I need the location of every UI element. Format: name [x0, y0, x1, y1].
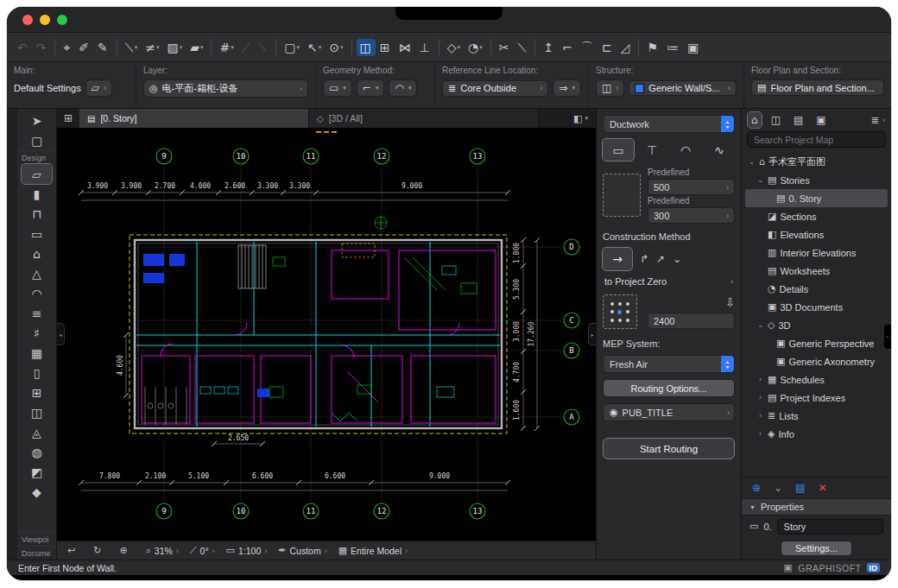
split-icon[interactable]: ⟍	[515, 39, 531, 56]
start-routing-button[interactable]: Start Routing	[603, 438, 735, 459]
tree-story-0[interactable]: ▤ 0. Story	[745, 189, 888, 207]
tree-project-root[interactable]: ⌄ ⌂ 手术室平面图	[745, 153, 888, 171]
tree-elevations[interactable]: ◧ Elevations	[745, 225, 888, 243]
railing-tool[interactable]: ♯	[22, 323, 52, 343]
pen-set-menu[interactable]: ✒ Custom ›	[273, 543, 332, 558]
panel-collapse-handle-right[interactable]: ▸	[588, 323, 596, 345]
delete-item-icon[interactable]: ✕	[818, 482, 826, 494]
suspend-groups-icon[interactable]: ⊙ ▾	[326, 39, 346, 56]
tree-generic-axonometry[interactable]: ▣ Generic Axonometry	[745, 352, 888, 370]
layout-book-icon[interactable]: ▤	[790, 112, 806, 128]
duct-flexible-icon[interactable]: ∿	[704, 139, 735, 161]
tree-interior-elevations[interactable]: ▥ Interior Elevations	[745, 243, 888, 262]
magic-routing-icon[interactable]: ◫	[357, 39, 376, 56]
elevation-field[interactable]: 2400	[648, 313, 735, 329]
story-name-field[interactable]: Story	[777, 519, 883, 534]
tab-story[interactable]: ▤ [0. Story]	[79, 109, 309, 128]
grid-snap-icon[interactable]: # ▾	[216, 39, 237, 56]
refline-offset-button[interactable]: ⇒▾	[553, 79, 581, 97]
add-viewpoint-icon[interactable]: ⊕	[752, 482, 761, 494]
find-select-icon[interactable]: ⌖	[60, 39, 74, 56]
reference-level-dropdown[interactable]: to Project Zero›	[603, 276, 735, 287]
slab-tool[interactable]: ▭	[22, 224, 52, 243]
layout-icon[interactable]: ▣	[684, 39, 703, 56]
tree-sections[interactable]: ◪ Sections	[745, 207, 888, 225]
gravity-icon[interactable]: ⊞	[376, 39, 395, 56]
panel-handle-top[interactable]	[316, 131, 337, 133]
roof-tool[interactable]: ⌂	[22, 243, 52, 263]
tree-3d[interactable]: ⌄ ◇ 3D	[745, 316, 888, 334]
search-input[interactable]	[748, 135, 885, 145]
fillet-icon[interactable]: ⌒	[578, 39, 598, 56]
project-map-icon[interactable]: ⌂	[748, 112, 762, 128]
morph-tool[interactable]: ◆	[22, 482, 52, 502]
arrow-tool[interactable]: ➤	[22, 111, 52, 130]
intersect-icon[interactable]: ⋈	[395, 39, 415, 56]
beam-tool[interactable]: ⊓	[22, 204, 52, 224]
duct-width-field[interactable]: 500›	[648, 179, 735, 195]
zoom-level-menu[interactable]: ⌕ 31% ›	[141, 543, 184, 558]
properties-header[interactable]: ▼ Properties	[742, 498, 891, 515]
geometry-method-curved-icon[interactable]: ◠▾	[389, 79, 417, 97]
zoom-in-icon[interactable]: ⊕	[114, 543, 139, 558]
reference-line-dropdown[interactable]: ≣ Core Outside ›	[442, 80, 548, 97]
anchor-point-grid[interactable]	[603, 294, 637, 329]
snap-guides-icon[interactable]: ⟍	[256, 39, 272, 56]
panel-collapse-handle-screen-right[interactable]: ‹	[884, 325, 891, 349]
duct-straight-icon[interactable]: ▭	[603, 139, 634, 161]
view-map-icon[interactable]: ◫	[768, 112, 784, 128]
cut-icon[interactable]: ✂	[496, 39, 514, 56]
duct-elbow-icon[interactable]: ◠	[670, 139, 701, 161]
routing-options-button[interactable]: Routing Options...	[603, 379, 735, 397]
stair-tool[interactable]: ≡	[22, 303, 52, 323]
duct-height-field[interactable]: 300›	[648, 207, 735, 224]
scale-menu[interactable]: ▭ 1:100 ›	[221, 543, 273, 558]
duct-cross-section-icon[interactable]	[603, 174, 641, 217]
rise-routing-icon[interactable]: ↱	[640, 253, 648, 265]
wall-tool[interactable]: ▱	[22, 164, 52, 184]
previous-view-icon[interactable]: ↩	[62, 543, 87, 558]
stretch-icon[interactable]: ⊏	[598, 39, 617, 56]
pub-title-dropdown[interactable]: ◉ PUB_TITLE ›	[603, 403, 735, 421]
default-settings-button[interactable]: Default Settings	[14, 83, 81, 93]
markup-list-icon[interactable]: ≔	[663, 39, 683, 56]
structure-profile-dropdown[interactable]: Generic Wall/S... ›	[629, 80, 737, 96]
geometry-method-straight-icon[interactable]: ▭▾	[323, 79, 352, 97]
layer-dropdown[interactable]: ◎ 电-平面-箱柜-设备 ›	[143, 79, 308, 98]
corner-icon[interactable]: ⌐	[559, 39, 577, 56]
elevate-icon[interactable]: ↥	[540, 39, 558, 56]
tree-schedules[interactable]: › ▦ Schedules	[745, 370, 888, 389]
column-tool[interactable]: ▮	[22, 184, 52, 204]
zoom-window-button[interactable]	[57, 15, 67, 25]
line-style-icon[interactable]: ⟍ ▾	[122, 39, 141, 56]
dimension-style-icon[interactable]: ≠ ▾	[142, 39, 162, 56]
tree-worksheets[interactable]: ▤ Worksheets	[745, 262, 888, 280]
flag-icon[interactable]: ⚑	[643, 39, 662, 56]
tree-details[interactable]: ◔ Details	[745, 280, 888, 298]
slope-routing-icon[interactable]: ↗	[656, 253, 665, 265]
collapse-all-icon[interactable]: ⌄	[774, 482, 782, 494]
lamp-tool[interactable]: ◍	[22, 442, 52, 462]
floorplan-display-dropdown[interactable]: ▤ Floor Plan and Section...	[751, 79, 884, 96]
stepper-icon[interactable]: ▲▼	[721, 356, 734, 372]
model-filter-menu[interactable]: ▦ Entire Model ›	[333, 543, 413, 558]
undo-icon[interactable]: ↶	[14, 39, 32, 56]
window-panels-icon[interactable]: ▣	[783, 562, 793, 573]
publisher-sets-icon[interactable]: ▣	[813, 112, 829, 128]
rotate-options-icon[interactable]: ◔ ▾	[465, 39, 486, 56]
door-tool[interactable]: ▯	[22, 363, 52, 383]
tree-project-indexes[interactable]: › ▤ Project Indexes	[745, 389, 888, 407]
object-tool[interactable]: ◬	[22, 422, 52, 442]
close-window-button[interactable]	[22, 15, 33, 25]
tree-lists[interactable]: › ≣ Lists	[745, 407, 888, 425]
pickup-parameters-icon[interactable]: ✐	[75, 39, 93, 56]
resize-icon[interactable]: ◿	[617, 39, 635, 56]
redo-icon[interactable]: ↷	[33, 39, 51, 56]
tree-3d-documents[interactable]: ▣ 3D Documents	[745, 298, 888, 316]
minimize-window-button[interactable]	[40, 15, 50, 25]
quad-view-icon[interactable]: ⊞	[57, 109, 79, 128]
tree-info[interactable]: › ◈ Info	[745, 425, 888, 443]
shell-tool[interactable]: ◠	[22, 283, 52, 303]
tree-stories[interactable]: ⌄ ▤ Stories	[745, 171, 888, 189]
guide-lines-icon[interactable]: ⟋	[238, 39, 255, 56]
